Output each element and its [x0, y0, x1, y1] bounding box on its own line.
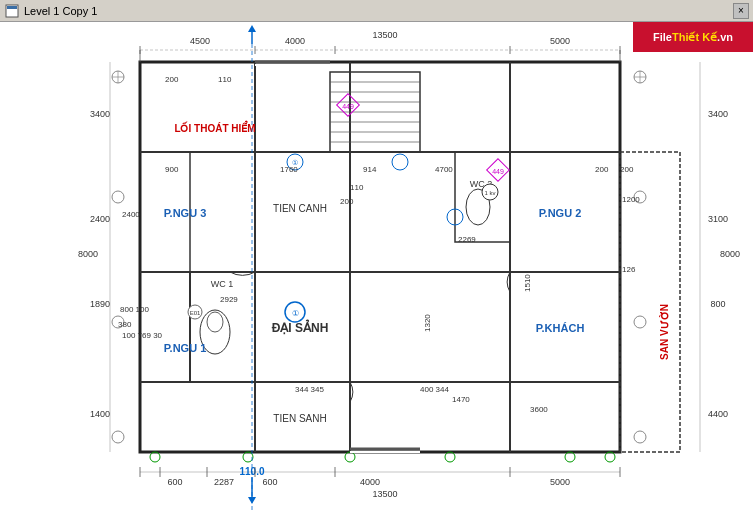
drawing-area: 4500 4000 13500 5000 [0, 22, 753, 510]
svg-text:1510: 1510 [523, 274, 532, 292]
svg-text:①: ① [292, 309, 299, 318]
svg-text:SAN VƯỜN: SAN VƯỜN [658, 304, 670, 360]
logo-area: FileThiết Kế.vn [633, 22, 753, 52]
svg-text:8000: 8000 [78, 249, 98, 259]
svg-text:P.NGU 1: P.NGU 1 [164, 342, 207, 354]
svg-text:2287: 2287 [214, 477, 234, 487]
close-button[interactable]: × [733, 3, 749, 19]
logo-highlight: Thiết Kế [672, 31, 717, 43]
svg-text:2400: 2400 [90, 214, 110, 224]
svg-text:1320: 1320 [423, 314, 432, 332]
svg-text:400  344: 400 344 [420, 385, 449, 394]
svg-text:LỐI THOÁT HIỂM: LỐI THOÁT HIỂM [174, 120, 255, 134]
svg-text:100  769  30: 100 769 30 [122, 331, 163, 340]
svg-text:800  100: 800 100 [120, 305, 149, 314]
svg-text:4000: 4000 [360, 477, 380, 487]
svg-text:200: 200 [620, 165, 634, 174]
svg-text:3100: 3100 [708, 214, 728, 224]
svg-text:TIEN SANH: TIEN SANH [273, 413, 326, 424]
svg-text:8000: 8000 [720, 249, 740, 259]
svg-text:P.NGU 3: P.NGU 3 [164, 207, 207, 219]
svg-text:4500: 4500 [190, 36, 210, 46]
svg-text:200: 200 [595, 165, 609, 174]
logo-text: FileThiết Kế.vn [653, 31, 733, 44]
svg-text:449: 449 [342, 103, 354, 110]
svg-text:3600: 3600 [530, 405, 548, 414]
svg-text:4700: 4700 [435, 165, 453, 174]
title-bar-icon [4, 3, 20, 19]
svg-text:900: 900 [165, 165, 179, 174]
blueprint-svg: 4500 4000 13500 5000 [0, 22, 753, 510]
svg-text:110: 110 [218, 75, 232, 84]
svg-text:800: 800 [710, 299, 725, 309]
svg-text:2400: 2400 [122, 210, 140, 219]
svg-text:13500: 13500 [372, 489, 397, 499]
svg-text:1 kv: 1 kv [484, 190, 495, 196]
svg-rect-2 [0, 22, 753, 510]
svg-text:1760: 1760 [280, 165, 298, 174]
svg-text:200: 200 [165, 75, 179, 84]
svg-text:P.NGU 2: P.NGU 2 [539, 207, 582, 219]
svg-text:4400: 4400 [708, 409, 728, 419]
svg-rect-1 [7, 6, 17, 9]
svg-text:5000: 5000 [550, 477, 570, 487]
svg-text:914: 914 [363, 165, 377, 174]
svg-text:13500: 13500 [372, 30, 397, 40]
svg-text:WC 1: WC 1 [211, 279, 234, 289]
svg-text:600: 600 [167, 477, 182, 487]
svg-text:449: 449 [492, 168, 504, 175]
svg-text:E01: E01 [190, 310, 201, 316]
svg-text:1470: 1470 [452, 395, 470, 404]
svg-text:344  345: 344 345 [295, 385, 324, 394]
svg-text:600: 600 [262, 477, 277, 487]
svg-text:5000: 5000 [550, 36, 570, 46]
svg-text:2929: 2929 [220, 295, 238, 304]
svg-text:3400: 3400 [708, 109, 728, 119]
svg-text:P.KHÁCH: P.KHÁCH [536, 322, 585, 334]
svg-text:4000: 4000 [285, 36, 305, 46]
svg-text:1890: 1890 [90, 299, 110, 309]
svg-text:2269: 2269 [458, 235, 476, 244]
title-bar-label: Level 1 Copy 1 [24, 5, 733, 17]
title-bar: Level 1 Copy 1 × [0, 0, 753, 22]
svg-text:1400: 1400 [90, 409, 110, 419]
svg-text:1200: 1200 [622, 195, 640, 204]
svg-text:126: 126 [622, 265, 636, 274]
svg-text:TIEN CANH: TIEN CANH [273, 203, 327, 214]
svg-text:3400: 3400 [90, 109, 110, 119]
svg-text:380: 380 [118, 320, 132, 329]
svg-text:110: 110 [350, 183, 364, 192]
svg-text:200: 200 [340, 197, 354, 206]
